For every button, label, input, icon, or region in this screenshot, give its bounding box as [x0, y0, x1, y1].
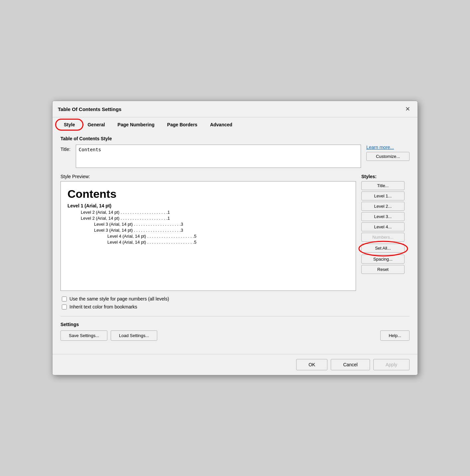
dialog-title: Table Of Contents Settings [58, 106, 121, 112]
styles-panel: Styles: Title... Level 1... Level 2... L… [361, 174, 410, 291]
title-row: Title: Contents Learn more... Customize.… [60, 145, 410, 168]
settings-buttons: Save Settings... Load Settings... Help..… [60, 330, 410, 341]
load-settings-button[interactable]: Load Settings... [111, 330, 157, 341]
settings-section: Settings Save Settings... Load Settings.… [60, 322, 410, 341]
cancel-button[interactable]: Cancel [331, 359, 370, 370]
preview-styles-row: Style Preview: Contents Level 1 (Arial, … [60, 174, 410, 291]
learn-more-link[interactable]: Learn more... [366, 145, 410, 150]
checkbox2-row[interactable]: Inherit text color from bookmarks [62, 304, 410, 309]
checkbox2-input[interactable] [62, 304, 67, 309]
checkbox1-label: Use the same style for page numbers (all… [69, 296, 169, 301]
checkbox2-label: Inherit text color from bookmarks [69, 304, 137, 309]
tab-style[interactable]: Style [58, 120, 81, 129]
preview-row-l3-2: Level 3 (Arial, 14 pt) . . . . . . . . .… [67, 228, 349, 233]
customize-button[interactable]: Customize... [366, 152, 410, 161]
style-level1-button[interactable]: Level 1... [361, 191, 405, 200]
tab-advanced[interactable]: Advanced [204, 120, 238, 129]
bottom-bar: OK Cancel Apply [53, 354, 417, 375]
apply-button[interactable]: Apply [373, 359, 410, 370]
style-level2-button[interactable]: Level 2... [361, 202, 405, 211]
preview-box: Contents Level 1 (Arial, 14 pt) Level 2 … [60, 181, 356, 291]
title-bar: Table Of Contents Settings ✕ [53, 101, 417, 117]
checkbox1-input[interactable] [62, 297, 67, 301]
style-spacing-button[interactable]: Spacing... [361, 255, 405, 264]
tab-content: Table of Contents Style Title: Contents … [53, 129, 417, 354]
tabs-bar: Style General Page Numbering Page Border… [53, 117, 417, 129]
style-level3-button[interactable]: Level 3... [361, 212, 405, 221]
help-button[interactable]: Help... [380, 330, 410, 341]
style-numbers-button: Numbers... [361, 233, 405, 242]
settings-title: Settings [60, 322, 410, 327]
tab-general[interactable]: General [81, 120, 111, 129]
preview-label: Style Preview: [60, 174, 356, 179]
checkbox1-row[interactable]: Use the same style for page numbers (all… [62, 296, 410, 301]
preview-row-l4-2: Level 4 (Arial, 14 pt) . . . . . . . . .… [67, 240, 349, 245]
style-title-button[interactable]: Title... [361, 181, 405, 190]
tab-page-borders[interactable]: Page Borders [161, 120, 203, 129]
styles-buttons: Title... Level 1... Level 2... Level 3..… [361, 181, 410, 274]
title-label: Title: [60, 145, 70, 152]
section-title: Table of Contents Style [60, 136, 410, 141]
preview-title: Contents [67, 187, 349, 200]
preview-row-l4-1: Level 4 (Arial, 14 pt) . . . . . . . . .… [67, 234, 349, 239]
tab-style-wrapper: Style [58, 120, 81, 129]
table-of-contents-settings-dialog: Table Of Contents Settings ✕ Style Gener… [52, 101, 418, 375]
set-all-wrapper: Set All... [361, 244, 410, 253]
divider [60, 316, 410, 316]
set-all-button[interactable]: Set All... [361, 244, 405, 253]
preview-area: Style Preview: Contents Level 1 (Arial, … [60, 174, 356, 291]
preview-row-l2-1: Level 2 (Arial, 14 pt) . . . . . . . . .… [67, 210, 349, 215]
preview-row-l3-1: Level 3 (Arial, 14 pt) . . . . . . . . .… [67, 222, 349, 227]
close-button[interactable]: ✕ [403, 104, 412, 114]
preview-row-l2-2: Level 2 (Arial, 14 pt) . . . . . . . . .… [67, 216, 349, 221]
tab-page-numbering[interactable]: Page Numbering [112, 120, 161, 129]
title-input[interactable]: Contents [76, 145, 361, 168]
checkboxes: Use the same style for page numbers (all… [60, 296, 410, 309]
styles-label: Styles: [361, 174, 410, 179]
right-action-buttons: Learn more... Customize... [366, 145, 410, 161]
save-settings-button[interactable]: Save Settings... [60, 330, 107, 341]
style-level4-button[interactable]: Level 4... [361, 222, 405, 231]
style-reset-button[interactable]: Reset [361, 265, 405, 274]
preview-level1: Level 1 (Arial, 14 pt) [67, 203, 349, 208]
ok-button[interactable]: OK [296, 359, 327, 370]
